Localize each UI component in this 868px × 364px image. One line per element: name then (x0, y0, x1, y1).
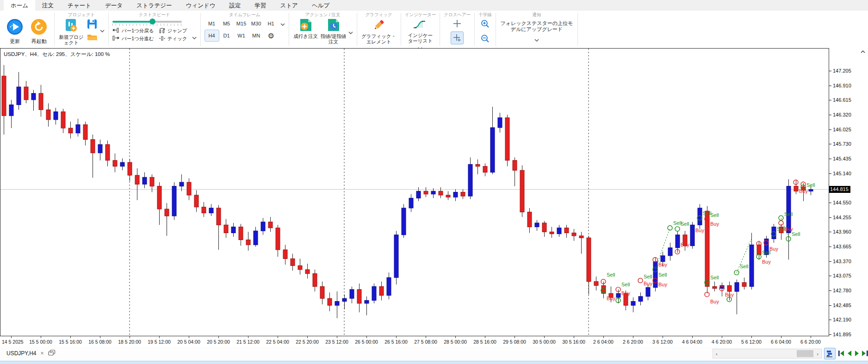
candle (461, 192, 465, 196)
menu-item-チャート[interactable]: チャート (61, 0, 98, 11)
actions-dropdown-chevron[interactable] (348, 28, 353, 36)
scrollbar-thumb[interactable] (797, 350, 813, 357)
candlestick-chart[interactable]: SellBuySellBuySellBuyBuyBuySellSellSellB… (0, 48, 829, 336)
zoom-out-icon (481, 34, 490, 43)
timeframe-H1-button[interactable]: H1 (264, 18, 279, 30)
chart-shift-button[interactable] (824, 348, 836, 359)
candle (172, 186, 176, 216)
candle (542, 223, 546, 232)
jump-button[interactable]: ジャンプ (159, 26, 187, 34)
zoom-in-button[interactable] (479, 18, 491, 30)
menu-item-ストア[interactable]: ストア (273, 0, 305, 11)
crosshair-sync-button[interactable] (451, 31, 464, 44)
time-tick-label: 26 5 16:00 (384, 339, 408, 345)
price-tick-label: 143.075 (833, 273, 851, 278)
menu-item-注文[interactable]: 注文 (35, 0, 61, 11)
timeframe-H4-button[interactable]: H4 (205, 30, 219, 42)
timeframe-D1-button[interactable]: D1 (219, 30, 234, 42)
menu-item-データ[interactable]: データ (98, 0, 130, 11)
ribbon-toolbar: 更新 再起動 プロジェクト 新規プロジェクト (0, 11, 868, 48)
scroll-right-icon[interactable]: › (814, 351, 821, 357)
step-forward-button[interactable]: バー1つ分進む (112, 34, 154, 42)
candle (9, 105, 13, 116)
candle (772, 227, 776, 239)
open-project-button[interactable] (87, 33, 97, 43)
candle (180, 182, 184, 186)
timeframe-settings-gear-icon[interactable]: ⚙ (264, 30, 279, 42)
project-dropdown-chevron[interactable] (100, 26, 105, 34)
scroll-left-icon[interactable]: ‹ (713, 351, 720, 357)
trade-marker-label: Sell (710, 275, 719, 280)
horizontal-scrollbar[interactable]: ‹ › (713, 349, 822, 358)
timeframe-M1-button[interactable]: M1 (205, 18, 219, 30)
candle (572, 233, 576, 235)
menu-item-ストラテジー[interactable]: ストラテジー (130, 0, 179, 11)
menu-item-ウィンドウ[interactable]: ウィンドウ (179, 0, 223, 11)
pending-order-button[interactable]: 指値/逆指値注文 (321, 19, 347, 44)
trade-marker-label: Buy (607, 296, 615, 301)
time-tick-label: 16 5 08:00 (88, 339, 112, 345)
candle (305, 270, 310, 274)
go-to-end-button[interactable] (861, 349, 868, 358)
step-previous-button[interactable] (845, 349, 853, 358)
zoom-out-button[interactable] (479, 32, 491, 44)
candle (209, 208, 213, 213)
candle (476, 164, 480, 166)
menu-item-学習[interactable]: 学習 (248, 0, 273, 11)
timeframe-W1-button[interactable]: W1 (234, 30, 249, 42)
time-tick-label: 30 5 00:00 (533, 339, 556, 345)
duplicate-tab-icon[interactable] (48, 350, 56, 357)
time-tick-label: 5 6 12:00 (741, 339, 762, 345)
menu-item-ホーム[interactable]: ホーム (4, 0, 35, 11)
axis-scroll-up-icon[interactable] (861, 49, 865, 54)
candle (283, 250, 287, 259)
price-tick-label: 145.730 (833, 141, 851, 147)
timeframe-dropdown-chevron[interactable] (280, 19, 285, 28)
speed-dropdown-chevron[interactable] (192, 33, 197, 42)
candle (187, 182, 191, 195)
indicator-list-button[interactable]: インジケーターリスト (405, 19, 435, 43)
candle (128, 162, 132, 175)
menu-item-ヘルプ[interactable]: ヘルプ (305, 0, 336, 11)
menu-item-設定[interactable]: 設定 (223, 0, 248, 11)
trade-marker-label: Sell (710, 212, 719, 218)
candle (661, 256, 665, 262)
timeframe-M15-button[interactable]: M15 (234, 18, 249, 30)
crosshair-button[interactable] (451, 18, 463, 30)
timeframe-M30-button[interactable]: M30 (249, 18, 264, 30)
candle (246, 240, 250, 245)
chart-tab-label: USDJPY,H4 (6, 350, 36, 357)
step-back-button[interactable]: バー1つ分戻る (112, 26, 154, 34)
chart-tab-close-icon[interactable]: × (40, 350, 43, 357)
go-to-start-button[interactable] (837, 349, 845, 358)
price-tick-label: 147.205 (833, 68, 851, 74)
trade-marker-label: Sell (658, 272, 667, 278)
timeframe-MN-button[interactable]: MN (249, 30, 264, 42)
time-tick-label: 15 5 16:00 (59, 339, 82, 345)
graphic-elements-button[interactable]: グラフィック・エレメント (361, 19, 397, 44)
time-axis[interactable]: 14 5 202515 5 00:0015 5 16:0016 5 08:001… (0, 336, 829, 347)
timeframe-M5-button[interactable]: M5 (219, 18, 234, 30)
time-tick-label: 28 5 16:00 (473, 339, 496, 345)
tick-mode-button[interactable]: ティック (159, 34, 187, 42)
restart-button[interactable]: 再起動 (27, 19, 50, 45)
chart-tab[interactable]: USDJPY,H4 × (6, 350, 56, 357)
notice-dropdown-chevron[interactable] (534, 35, 539, 43)
trade-marker-label: Buy (644, 281, 652, 286)
price-axis[interactable]: 147.205146.910146.615146.320146.025145.7… (829, 48, 868, 336)
candle (98, 144, 102, 153)
new-project-button[interactable]: 新規プロジェクト (58, 19, 84, 45)
trade-marker-label: Sell (621, 282, 630, 287)
save-project-button[interactable] (87, 19, 97, 31)
update-button[interactable]: 更新 (3, 19, 26, 45)
step-next-button[interactable] (853, 349, 861, 358)
candle (564, 228, 569, 233)
upgrade-notice-link[interactable]: フォレックステスターの上位モデルにアップグレード (500, 20, 574, 32)
candle (424, 191, 428, 194)
test-speed-slider[interactable] (112, 19, 182, 26)
crosshair-icon (453, 19, 461, 28)
candle (254, 231, 258, 245)
indicator-curve-icon (414, 19, 427, 32)
market-order-button[interactable]: 成行き注文 (293, 19, 319, 39)
zoom-group: 十字線 (476, 11, 494, 48)
